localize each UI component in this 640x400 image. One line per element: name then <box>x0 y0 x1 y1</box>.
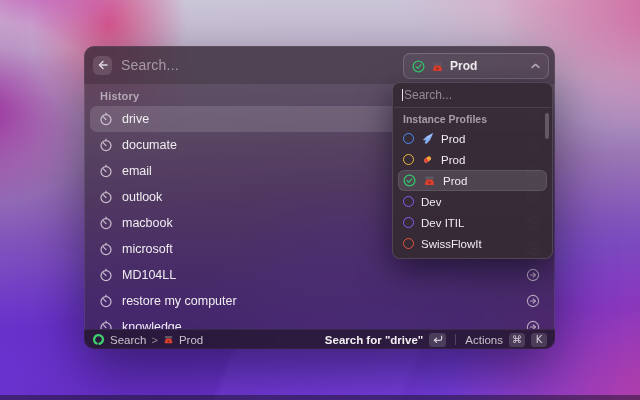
profile-search-field[interactable]: Search... <box>393 83 552 107</box>
profile-option[interactable]: Dev ITIL <box>398 212 547 233</box>
phone-icon <box>163 334 174 345</box>
profile-option-label: Prod <box>441 154 465 166</box>
list-item[interactable]: MD104LL <box>90 262 549 288</box>
k-key-badge[interactable]: K <box>531 333 547 347</box>
radio-ring-icon <box>403 196 414 207</box>
profile-option-label: Prod <box>441 133 465 145</box>
back-arrow-icon <box>97 60 109 70</box>
search-topbar: Search... Prod <box>84 46 555 85</box>
pill-icon <box>421 153 434 166</box>
status-bar: Search > Prod Search for "drive" Actions… <box>84 329 555 349</box>
open-arrow-icon[interactable] <box>526 294 540 308</box>
check-circle-icon <box>412 60 425 73</box>
dropdown-scrollbar[interactable] <box>545 113 549 139</box>
list-item-label: email <box>122 164 152 178</box>
history-icon <box>99 216 113 230</box>
open-arrow-icon[interactable] <box>526 268 540 282</box>
profile-option-label: Dev <box>421 196 441 208</box>
search-input[interactable]: Search... <box>121 57 179 73</box>
history-icon <box>99 294 113 308</box>
profile-option[interactable]: Dev <box>398 191 547 212</box>
airplane-icon <box>421 132 434 145</box>
dock-edge <box>0 395 640 400</box>
breadcrumb: Search > Prod <box>92 333 203 346</box>
profile-option-label: Dev ITIL <box>421 217 464 229</box>
actions-label[interactable]: Actions <box>465 334 503 346</box>
text-cursor <box>402 89 403 101</box>
profile-search-input[interactable]: Search... <box>404 88 452 102</box>
list-item-label: documate <box>122 138 177 152</box>
history-icon <box>99 138 113 152</box>
list-item-label: restore my computer <box>122 294 237 308</box>
primary-action-label[interactable]: Search for "drive" <box>325 334 423 346</box>
breadcrumb-context: Prod <box>179 334 203 346</box>
instance-profiles-header: Instance Profiles <box>393 108 552 128</box>
history-icon <box>99 268 113 282</box>
history-icon <box>99 164 113 178</box>
profile-option[interactable]: SwissFlowIt <box>398 233 547 254</box>
profile-option[interactable]: Prod <box>398 149 547 170</box>
profile-option-selected[interactable]: Prod <box>398 170 547 191</box>
cmd-key-badge[interactable]: ⌘ <box>509 333 525 347</box>
selected-profile-label: Prod <box>450 59 477 73</box>
breadcrumb-separator: > <box>151 334 157 346</box>
open-arrow-icon[interactable] <box>526 320 540 329</box>
list-item-label: macbook <box>122 216 173 230</box>
profile-selector-button[interactable]: Prod <box>403 53 549 79</box>
phone-icon <box>431 60 444 73</box>
return-icon <box>432 335 443 344</box>
launcher-window: Search... Prod History drive <box>84 46 555 349</box>
history-section-header: History <box>100 90 139 102</box>
chevron-up-icon <box>531 63 540 69</box>
radio-ring-icon <box>403 133 414 144</box>
radio-ring-icon <box>403 217 414 228</box>
instance-profiles-dropdown: Search... Instance Profiles Prod <box>392 82 553 259</box>
profile-option[interactable]: Prod <box>398 128 547 149</box>
breadcrumb-app: Search <box>110 334 146 346</box>
list-item-label: knowledge <box>122 320 182 329</box>
list-item[interactable]: knowledge <box>90 314 549 329</box>
list-item[interactable]: restore my computer <box>90 288 549 314</box>
radio-ring-icon <box>403 154 414 165</box>
profile-option-label: Prod <box>443 175 467 187</box>
list-item-label: microsoft <box>122 242 173 256</box>
radio-ring-icon <box>403 238 414 249</box>
profile-option-label: SwissFlowIt <box>421 238 482 250</box>
app-logo-icon <box>92 333 105 346</box>
history-icon <box>99 320 113 329</box>
back-button[interactable] <box>93 56 112 75</box>
divider <box>455 334 456 345</box>
list-item-label: MD104LL <box>122 268 176 282</box>
check-circle-icon <box>403 174 416 187</box>
list-item-label: outlook <box>122 190 162 204</box>
phone-icon <box>423 174 436 187</box>
history-icon <box>99 242 113 256</box>
history-icon <box>99 190 113 204</box>
enter-key-badge[interactable] <box>429 333 446 347</box>
list-item-label: drive <box>122 112 149 126</box>
history-icon <box>99 112 113 126</box>
